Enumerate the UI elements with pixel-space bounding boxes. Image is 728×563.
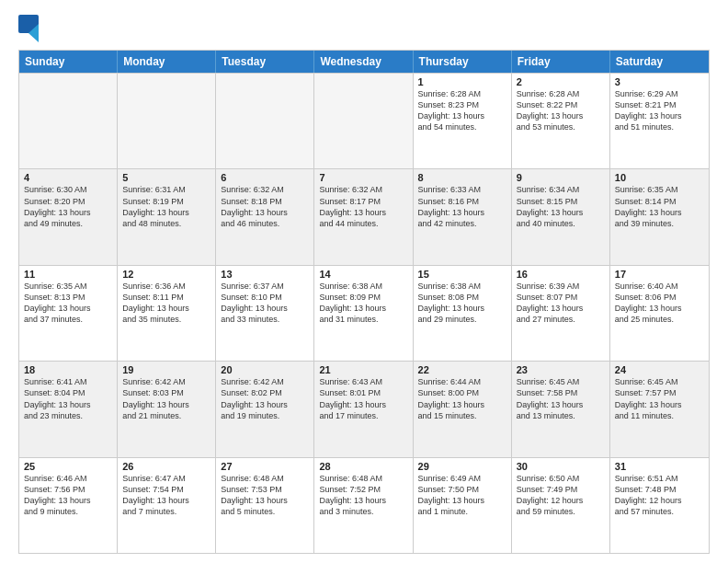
day-number: 8 bbox=[418, 172, 506, 183]
day-info: Sunrise: 6:39 AM Sunset: 8:07 PM Dayligh… bbox=[517, 281, 605, 326]
day-number: 18 bbox=[24, 364, 112, 375]
calendar-cell: 23Sunrise: 6:45 AM Sunset: 7:58 PM Dayli… bbox=[512, 362, 610, 456]
day-info: Sunrise: 6:45 AM Sunset: 7:57 PM Dayligh… bbox=[615, 376, 704, 421]
calendar-header: SundayMondayTuesdayWednesdayThursdayFrid… bbox=[19, 51, 709, 73]
calendar-cell: 27Sunrise: 6:48 AM Sunset: 7:53 PM Dayli… bbox=[216, 458, 314, 553]
calendar-row: 1Sunrise: 6:28 AM Sunset: 8:23 PM Daylig… bbox=[19, 73, 709, 168]
calendar-cell: 30Sunrise: 6:50 AM Sunset: 7:49 PM Dayli… bbox=[512, 458, 610, 553]
day-number: 16 bbox=[517, 269, 605, 280]
weekday-header: Tuesday bbox=[216, 51, 314, 73]
calendar-cell: 20Sunrise: 6:42 AM Sunset: 8:02 PM Dayli… bbox=[216, 362, 314, 456]
day-info: Sunrise: 6:32 AM Sunset: 8:18 PM Dayligh… bbox=[221, 184, 309, 229]
calendar-cell: 29Sunrise: 6:49 AM Sunset: 7:50 PM Dayli… bbox=[414, 458, 512, 553]
calendar-cell: 18Sunrise: 6:41 AM Sunset: 8:04 PM Dayli… bbox=[19, 362, 118, 456]
day-info: Sunrise: 6:43 AM Sunset: 8:01 PM Dayligh… bbox=[319, 376, 407, 421]
day-number: 28 bbox=[319, 461, 407, 472]
calendar-cell: 16Sunrise: 6:39 AM Sunset: 8:07 PM Dayli… bbox=[512, 266, 610, 361]
day-number: 12 bbox=[122, 269, 210, 280]
weekday-header: Thursday bbox=[414, 51, 512, 73]
day-info: Sunrise: 6:32 AM Sunset: 8:17 PM Dayligh… bbox=[319, 184, 407, 229]
calendar-cell: 19Sunrise: 6:42 AM Sunset: 8:03 PM Dayli… bbox=[118, 362, 216, 456]
day-number: 3 bbox=[615, 76, 704, 87]
calendar-cell: 24Sunrise: 6:45 AM Sunset: 7:57 PM Dayli… bbox=[610, 362, 709, 456]
day-info: Sunrise: 6:33 AM Sunset: 8:16 PM Dayligh… bbox=[418, 184, 506, 229]
calendar-row: 4Sunrise: 6:30 AM Sunset: 8:20 PM Daylig… bbox=[19, 168, 709, 264]
day-info: Sunrise: 6:29 AM Sunset: 8:21 PM Dayligh… bbox=[615, 88, 704, 133]
calendar-cell: 12Sunrise: 6:36 AM Sunset: 8:11 PM Dayli… bbox=[118, 266, 216, 361]
day-number: 9 bbox=[517, 172, 605, 183]
day-info: Sunrise: 6:28 AM Sunset: 8:23 PM Dayligh… bbox=[418, 88, 506, 133]
day-info: Sunrise: 6:38 AM Sunset: 8:08 PM Dayligh… bbox=[418, 281, 506, 326]
day-number: 14 bbox=[319, 269, 407, 280]
calendar-cell bbox=[314, 74, 413, 168]
calendar-cell: 10Sunrise: 6:35 AM Sunset: 8:14 PM Dayli… bbox=[610, 169, 709, 264]
day-info: Sunrise: 6:38 AM Sunset: 8:09 PM Dayligh… bbox=[319, 281, 407, 326]
calendar-row: 25Sunrise: 6:46 AM Sunset: 7:56 PM Dayli… bbox=[19, 457, 709, 553]
weekday-header: Saturday bbox=[610, 51, 709, 73]
calendar-cell: 4Sunrise: 6:30 AM Sunset: 8:20 PM Daylig… bbox=[19, 169, 118, 264]
calendar-cell: 2Sunrise: 6:28 AM Sunset: 8:22 PM Daylig… bbox=[512, 74, 610, 168]
day-number: 29 bbox=[418, 461, 506, 472]
day-info: Sunrise: 6:48 AM Sunset: 7:52 PM Dayligh… bbox=[319, 473, 407, 518]
day-number: 21 bbox=[319, 364, 407, 375]
day-number: 27 bbox=[221, 461, 309, 472]
calendar-cell: 5Sunrise: 6:31 AM Sunset: 8:19 PM Daylig… bbox=[118, 169, 216, 264]
calendar-cell: 8Sunrise: 6:33 AM Sunset: 8:16 PM Daylig… bbox=[414, 169, 512, 264]
calendar-cell: 6Sunrise: 6:32 AM Sunset: 8:18 PM Daylig… bbox=[216, 169, 314, 264]
calendar-cell bbox=[216, 74, 314, 168]
day-info: Sunrise: 6:41 AM Sunset: 8:04 PM Dayligh… bbox=[24, 376, 112, 421]
calendar-cell: 3Sunrise: 6:29 AM Sunset: 8:21 PM Daylig… bbox=[610, 74, 709, 168]
day-info: Sunrise: 6:42 AM Sunset: 8:03 PM Dayligh… bbox=[122, 376, 210, 421]
day-number: 6 bbox=[221, 172, 309, 183]
day-info: Sunrise: 6:48 AM Sunset: 7:53 PM Dayligh… bbox=[221, 473, 309, 518]
calendar-cell: 11Sunrise: 6:35 AM Sunset: 8:13 PM Dayli… bbox=[19, 266, 118, 361]
calendar-cell: 21Sunrise: 6:43 AM Sunset: 8:01 PM Dayli… bbox=[314, 362, 413, 456]
day-info: Sunrise: 6:35 AM Sunset: 8:14 PM Dayligh… bbox=[615, 184, 704, 229]
day-info: Sunrise: 6:46 AM Sunset: 7:56 PM Dayligh… bbox=[24, 473, 112, 518]
day-info: Sunrise: 6:37 AM Sunset: 8:10 PM Dayligh… bbox=[221, 281, 309, 326]
day-info: Sunrise: 6:50 AM Sunset: 7:49 PM Dayligh… bbox=[517, 473, 605, 518]
day-number: 2 bbox=[517, 76, 605, 87]
day-number: 11 bbox=[24, 269, 112, 280]
day-number: 20 bbox=[221, 364, 309, 375]
day-number: 13 bbox=[221, 269, 309, 280]
day-number: 24 bbox=[615, 364, 704, 375]
day-number: 22 bbox=[418, 364, 506, 375]
logo-icon bbox=[18, 15, 39, 42]
day-info: Sunrise: 6:34 AM Sunset: 8:15 PM Dayligh… bbox=[517, 184, 605, 229]
day-info: Sunrise: 6:47 AM Sunset: 7:54 PM Dayligh… bbox=[122, 473, 210, 518]
day-info: Sunrise: 6:28 AM Sunset: 8:22 PM Dayligh… bbox=[517, 88, 605, 133]
calendar-cell: 7Sunrise: 6:32 AM Sunset: 8:17 PM Daylig… bbox=[314, 169, 413, 264]
day-info: Sunrise: 6:35 AM Sunset: 8:13 PM Dayligh… bbox=[24, 281, 112, 326]
header bbox=[18, 15, 710, 42]
calendar-cell: 28Sunrise: 6:48 AM Sunset: 7:52 PM Dayli… bbox=[314, 458, 413, 553]
weekday-header: Sunday bbox=[19, 51, 118, 73]
day-info: Sunrise: 6:40 AM Sunset: 8:06 PM Dayligh… bbox=[615, 281, 704, 326]
calendar-row: 11Sunrise: 6:35 AM Sunset: 8:13 PM Dayli… bbox=[19, 265, 709, 361]
day-info: Sunrise: 6:44 AM Sunset: 8:00 PM Dayligh… bbox=[418, 376, 506, 421]
weekday-header: Monday bbox=[118, 51, 216, 73]
calendar-cell: 17Sunrise: 6:40 AM Sunset: 8:06 PM Dayli… bbox=[610, 266, 709, 361]
day-number: 25 bbox=[24, 461, 112, 472]
day-number: 7 bbox=[319, 172, 407, 183]
calendar-cell: 22Sunrise: 6:44 AM Sunset: 8:00 PM Dayli… bbox=[414, 362, 512, 456]
day-info: Sunrise: 6:30 AM Sunset: 8:20 PM Dayligh… bbox=[24, 184, 112, 229]
day-info: Sunrise: 6:31 AM Sunset: 8:19 PM Dayligh… bbox=[122, 184, 210, 229]
weekday-header: Wednesday bbox=[314, 51, 413, 73]
page: SundayMondayTuesdayWednesdayThursdayFrid… bbox=[0, 0, 728, 563]
calendar-cell bbox=[118, 74, 216, 168]
day-number: 30 bbox=[517, 461, 605, 472]
day-info: Sunrise: 6:49 AM Sunset: 7:50 PM Dayligh… bbox=[418, 473, 506, 518]
calendar-cell: 26Sunrise: 6:47 AM Sunset: 7:54 PM Dayli… bbox=[118, 458, 216, 553]
calendar-cell: 25Sunrise: 6:46 AM Sunset: 7:56 PM Dayli… bbox=[19, 458, 118, 553]
day-number: 4 bbox=[24, 172, 112, 183]
day-number: 1 bbox=[418, 76, 506, 87]
day-info: Sunrise: 6:51 AM Sunset: 7:48 PM Dayligh… bbox=[615, 473, 704, 518]
day-info: Sunrise: 6:36 AM Sunset: 8:11 PM Dayligh… bbox=[122, 281, 210, 326]
calendar: SundayMondayTuesdayWednesdayThursdayFrid… bbox=[18, 50, 710, 554]
calendar-cell bbox=[19, 74, 118, 168]
weekday-header: Friday bbox=[512, 51, 610, 73]
day-number: 10 bbox=[615, 172, 704, 183]
day-info: Sunrise: 6:42 AM Sunset: 8:02 PM Dayligh… bbox=[221, 376, 309, 421]
calendar-cell: 1Sunrise: 6:28 AM Sunset: 8:23 PM Daylig… bbox=[414, 74, 512, 168]
